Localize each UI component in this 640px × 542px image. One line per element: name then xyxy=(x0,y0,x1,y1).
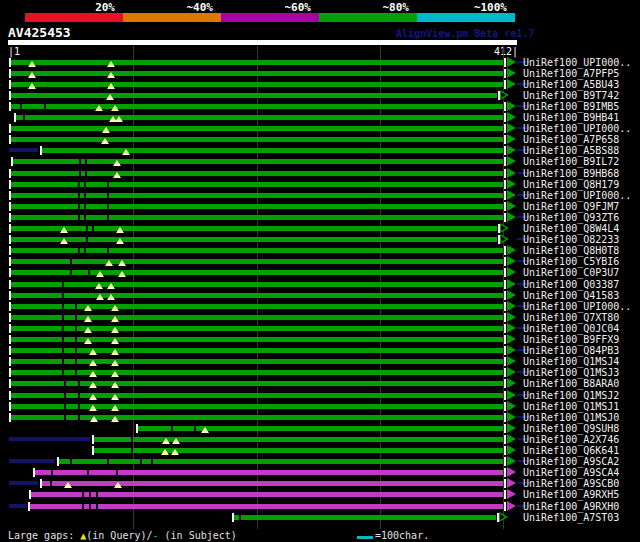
unaligned-lead xyxy=(9,504,27,508)
alignment-bar[interactable] xyxy=(10,282,503,287)
gap-notch xyxy=(107,182,109,187)
sequence-label[interactable]: UniRef100_UPI000.. xyxy=(523,123,631,134)
sequence-label[interactable]: UniRef100_A7ST03 xyxy=(523,512,619,523)
alignment-bar[interactable] xyxy=(10,171,503,176)
sequence-label[interactable]: UniRef100_Q8H0T8 xyxy=(523,245,619,256)
sequence-label[interactable]: UniRef100_B9IMB5 xyxy=(523,101,619,112)
sequence-label[interactable]: UniRef100_Q0JC04 xyxy=(523,323,619,334)
sequence-label[interactable]: UniRef100_C0P3U7 xyxy=(523,267,619,278)
sequence-label[interactable]: UniRef100_Q9SUH8 xyxy=(523,423,619,434)
alignment-bar[interactable] xyxy=(10,348,503,353)
alignment-bar[interactable] xyxy=(10,259,503,264)
alignment-bar[interactable] xyxy=(10,237,497,242)
alignment-bar[interactable] xyxy=(10,93,497,98)
alignment-bar[interactable] xyxy=(10,370,503,375)
sequence-label[interactable]: UniRef100_B8ARA0 xyxy=(523,378,619,389)
sequence-label[interactable]: UniRef100_O82233 xyxy=(523,234,619,245)
sequence-label[interactable]: UniRef100_Q1MSJ3 xyxy=(523,367,619,378)
query-gap-triangle-icon xyxy=(28,61,36,67)
end-tick xyxy=(504,213,506,222)
query-gap-triangle-icon xyxy=(111,371,119,377)
sequence-label[interactable]: UniRef100_B9IL72 xyxy=(523,156,619,167)
scale-line-label: =100char. xyxy=(375,530,429,541)
alignment-bar[interactable] xyxy=(137,426,503,431)
start-tick xyxy=(9,58,11,67)
query-gap-triangle-icon xyxy=(101,138,109,144)
query-gap-triangle-icon xyxy=(84,327,92,333)
sequence-label[interactable]: UniRef100_A7P658 xyxy=(523,134,619,145)
sequence-label[interactable]: UniRef100_A9SCB0 xyxy=(523,478,619,489)
query-gap-triangle-icon xyxy=(107,294,115,300)
subject-arrow-icon xyxy=(507,334,516,344)
sequence-label[interactable]: UniRef100_Q7XT80 xyxy=(523,312,619,323)
sequence-label[interactable]: UniRef100_B9FFX9 xyxy=(523,334,619,345)
alignment-bar[interactable] xyxy=(10,381,503,386)
sequence-label[interactable]: UniRef100_UPI000.. xyxy=(523,57,631,68)
start-tick xyxy=(9,102,11,111)
alignment-bar[interactable] xyxy=(34,470,503,475)
sequence-label[interactable]: UniRef100_A5BU43 xyxy=(523,79,619,90)
alignment-bar[interactable] xyxy=(30,492,503,497)
alignment-bar[interactable] xyxy=(10,137,503,142)
sequence-label[interactable]: UniRef100_A9RXH5 xyxy=(523,489,619,500)
sequence-label[interactable]: UniRef100_B9HB41 xyxy=(523,112,619,123)
alignment-bar[interactable] xyxy=(41,148,503,153)
sequence-label[interactable]: UniRef100_B9HB68 xyxy=(523,168,619,179)
sequence-label[interactable]: UniRef100_Q8W4L4 xyxy=(523,223,619,234)
sequence-label[interactable]: UniRef100_Q1MSJ2 xyxy=(523,390,619,401)
sequence-label[interactable]: UniRef100_B9T742 xyxy=(523,90,619,101)
sequence-label[interactable]: UniRef100_Q9FJM7 xyxy=(523,201,619,212)
start-tick xyxy=(9,368,11,377)
sequence-label[interactable]: UniRef100_C5YBI6 xyxy=(523,256,619,267)
gap-notch xyxy=(70,270,72,275)
alignment-bar[interactable] xyxy=(10,71,503,76)
alignment-bar[interactable] xyxy=(10,226,497,231)
sequence-label[interactable]: UniRef100_Q8H179 xyxy=(523,179,619,190)
sequence-label[interactable]: UniRef100_Q41583 xyxy=(523,290,619,301)
gap-notch xyxy=(64,381,66,386)
sequence-label[interactable]: UniRef100_A9RXH0 xyxy=(523,501,619,512)
alignment-bar[interactable] xyxy=(93,448,503,453)
sequence-label[interactable]: UniRef100_A9SCA2 xyxy=(523,456,619,467)
sequence-label[interactable]: UniRef100_A5BS88 xyxy=(523,145,619,156)
alignment-bar[interactable] xyxy=(10,415,503,420)
alignment-bar[interactable] xyxy=(10,393,503,398)
gap-notch xyxy=(82,492,84,497)
alignment-bar[interactable] xyxy=(93,437,503,442)
sequence-label[interactable]: UniRef100_Q03387 xyxy=(523,279,619,290)
alignment-bar[interactable] xyxy=(10,359,503,364)
sequence-label[interactable]: UniRef100_Q1MSJ1 xyxy=(523,401,619,412)
alignment-bar[interactable] xyxy=(10,270,503,275)
unaligned-lead xyxy=(9,148,38,152)
sequence-label[interactable]: UniRef100_Q6K641 xyxy=(523,445,619,456)
sequence-label[interactable]: UniRef100_Q1MSJ4 xyxy=(523,356,619,367)
sequence-label[interactable]: UniRef100_A7PFP5 xyxy=(523,68,619,79)
sequence-label[interactable]: UniRef100_Q84PB3 xyxy=(523,345,619,356)
query-gap-triangle-icon xyxy=(171,449,179,455)
alignment-bar[interactable] xyxy=(10,404,503,409)
unaligned-lead xyxy=(9,481,38,485)
start-tick xyxy=(33,468,35,477)
sequence-label[interactable]: UniRef100_UPI000.. xyxy=(523,190,631,201)
subject-arrow-icon xyxy=(507,201,516,211)
alignment-bar[interactable] xyxy=(10,126,503,131)
alignment-bar[interactable] xyxy=(10,104,503,109)
alignment-bar[interactable] xyxy=(10,293,503,298)
query-gap-triangle-icon xyxy=(111,338,119,344)
alignment-bar[interactable] xyxy=(58,459,503,464)
gap-notch xyxy=(78,182,80,187)
alignment-bar[interactable] xyxy=(41,481,503,486)
alignment-bar[interactable] xyxy=(10,60,503,65)
alignment-bar[interactable] xyxy=(30,504,503,509)
sequence-label[interactable]: UniRef100_A9SCA4 xyxy=(523,467,619,478)
alignment-bar[interactable] xyxy=(234,515,496,520)
alignment-bar[interactable] xyxy=(10,82,503,87)
sequence-label[interactable]: UniRef100_Q1MSJ0 xyxy=(523,412,619,423)
sequence-label[interactable]: UniRef100_A2X746 xyxy=(523,434,619,445)
alignment-bar[interactable] xyxy=(15,115,503,120)
sequence-label[interactable]: UniRef100_Q93ZT6 xyxy=(523,212,619,223)
sequence-label[interactable]: UniRef100_UPI000.. xyxy=(523,301,631,312)
end-tick xyxy=(504,368,506,377)
query-gap-triangle-icon xyxy=(111,305,119,311)
start-tick xyxy=(232,513,234,522)
